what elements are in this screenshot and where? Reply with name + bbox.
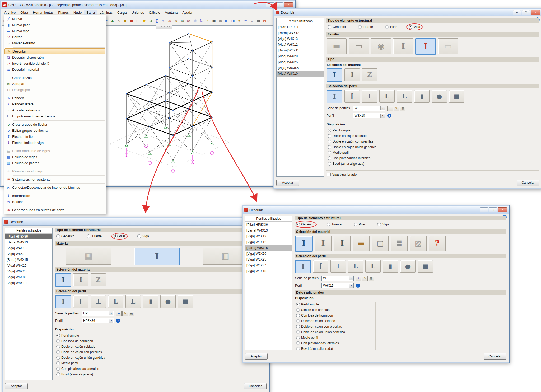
toolbar-icon[interactable]: ⊿	[147, 17, 154, 24]
radio-option[interactable]: Doble en cajón soldado	[56, 344, 136, 349]
minimize-button[interactable]: –	[266, 2, 274, 7]
menubar-item[interactable]: Cálculo	[146, 10, 162, 15]
profile-list-item[interactable]: [Viga] W6X20	[5, 263, 52, 268]
profile-list-item[interactable]: [Viga] W6X12	[5, 251, 52, 257]
combo-tool-button[interactable]: +	[356, 276, 361, 281]
icon-button[interactable]: Z	[362, 68, 377, 81]
toolbar-icon[interactable]: ◆	[122, 17, 128, 24]
icon-button[interactable]: [	[73, 295, 88, 308]
radio-option[interactable]: Doble en cajón unión genérica	[328, 144, 407, 149]
radio-option[interactable]: Con platabandas laterales	[56, 366, 136, 371]
radio-option[interactable]: Doble en cajón con presillas	[56, 350, 136, 355]
menubar-item[interactable]: Nudo	[71, 10, 84, 15]
chevron-down-icon[interactable]: ▼	[349, 276, 353, 280]
icon-button[interactable]: L	[108, 295, 123, 308]
close-button[interactable]: ×	[498, 207, 507, 212]
radio-option[interactable]: Doble en cajón unión genérica	[56, 355, 136, 360]
maximize-button[interactable]: ▢	[275, 2, 283, 7]
menubar-item[interactable]: Obra	[18, 10, 30, 15]
close-button[interactable]: ×	[284, 2, 293, 7]
icon-button[interactable]: ■	[178, 295, 193, 308]
aceptar-button[interactable]: Aceptar	[245, 353, 268, 360]
profile-list-item[interactable]: [Viga] W4X13	[245, 233, 292, 239]
serie-perfiles-select[interactable]: W ▼	[321, 276, 354, 281]
menu-item[interactable]: ╱ Nueva	[4, 16, 105, 22]
icon-button[interactable]: ▨	[410, 236, 427, 251]
menu-item[interactable]: ⊩ Empotramiento en extremos	[4, 113, 105, 119]
icon-button[interactable]: ■	[418, 260, 433, 273]
radio-option[interactable]: Boyd (alma aligerada)	[56, 372, 136, 377]
icon-button[interactable]: ▬	[353, 236, 370, 251]
radio-option[interactable]: Boyd (alma aligerada)	[296, 346, 375, 350]
radio-option[interactable]: Perfil simple	[328, 128, 407, 133]
toolbar-icon[interactable]: ▭	[255, 17, 262, 24]
menu-item[interactable]: ≀ Pandeo lateral	[4, 101, 105, 107]
icon-button[interactable]: I	[327, 68, 342, 82]
icon-button[interactable]: ⊥	[91, 295, 106, 308]
profile-list-item[interactable]: [Viga] W6X20	[277, 53, 324, 59]
viga-bajo-forjado-checkbox[interactable]: Viga bajo forjado	[326, 170, 539, 176]
radio-option[interactable]: Tirante	[87, 234, 102, 239]
toolbar-icon[interactable]: △	[116, 17, 122, 24]
icon-button[interactable]: I	[393, 38, 413, 54]
main-titlebar[interactable]: 3D CYPE 3D - v2018.beta.a - [C:\...\ejem…	[1, 1, 295, 9]
menu-item[interactable]: ⋈ Conectar/Desconectar de interior de lá…	[4, 185, 105, 191]
radio-option[interactable]: Doble en cajón con presillas	[296, 324, 375, 329]
menu-item[interactable]: ✎ Describir	[4, 48, 105, 54]
icon-button[interactable]: I	[415, 38, 436, 55]
aceptar-button[interactable]: Aceptar	[5, 383, 28, 389]
toolbar-icon[interactable]: ⇄	[192, 17, 198, 24]
radio-option[interactable]: Medio perfil	[328, 150, 407, 155]
profile-list-item[interactable]: [Pilar] HP8X36	[277, 24, 324, 30]
icon-button[interactable]: ⊥	[362, 90, 377, 103]
toolbar-icon[interactable]: ⇅	[198, 17, 204, 24]
checkbox-icon[interactable]	[327, 173, 331, 176]
radio-option[interactable]: Doble en cajón unión genérica	[296, 329, 375, 334]
chevron-down-icon[interactable]: ▼	[349, 284, 353, 288]
radio-option[interactable]: Con platabandas laterales	[328, 155, 407, 160]
profile-list-item[interactable]: [Viga] W6X25	[5, 268, 52, 274]
menubar-item[interactable]: Herramientas	[30, 10, 56, 15]
icon-button[interactable]: ●	[160, 295, 176, 308]
icon-button[interactable]: ▮	[143, 295, 158, 308]
radio-option[interactable]: Con losa de hormigón	[56, 338, 136, 343]
perfil-select[interactable]: W6X15 ▼	[321, 283, 354, 288]
radio-option[interactable]: Viga	[137, 234, 149, 239]
serie-perfiles-select[interactable]: HP ▼	[82, 311, 114, 316]
icon-button[interactable]: Z	[91, 273, 106, 286]
radio-option[interactable]: Tirante	[327, 222, 342, 227]
icon-button[interactable]: I	[295, 236, 313, 252]
toolbar-icon[interactable]: ■	[211, 17, 217, 24]
radio-option[interactable]: Doble en cajón con presillas	[328, 139, 407, 144]
profile-list-item[interactable]: [Barra] W6X15	[277, 48, 324, 53]
menu-item[interactable]: ∿ Pandeo	[4, 95, 105, 101]
toolbar-icon[interactable]: ▧	[179, 17, 185, 24]
icon-button[interactable]: L	[397, 90, 412, 103]
icon-button[interactable]: I	[327, 90, 342, 103]
minimize-button[interactable]: –	[513, 10, 521, 15]
icon-button[interactable]: ●	[432, 90, 447, 103]
dialog-titlebar[interactable]: Describir	[3, 218, 269, 226]
menu-item[interactable]: ◪ Describir disposición	[4, 54, 105, 60]
combo-tool-button[interactable]: ▦	[129, 311, 134, 316]
profile-list-item[interactable]: [Barra] W6X15	[245, 245, 292, 251]
serie-perfiles-select[interactable]: W ▼	[353, 106, 385, 111]
chevron-down-icon[interactable]: ▼	[109, 311, 113, 315]
menu-item[interactable]: ↧ Flecha Límite	[4, 134, 105, 140]
menubar-item[interactable]: Archivo	[2, 10, 18, 15]
menu-item[interactable]: ∗ Generar nudos en puntos de corte	[4, 207, 105, 213]
radio-option[interactable]: Genérico	[296, 222, 314, 227]
menu-item[interactable]: ⊚ Buscar	[4, 199, 105, 205]
profile-list-item[interactable]: [Viga] W6X12	[277, 42, 324, 48]
profile-list-item[interactable]: [Viga] W6X8.5	[245, 262, 292, 268]
radio-option[interactable]: Genérico	[328, 25, 346, 29]
profile-list-item[interactable]: [Viga] W6X25	[277, 59, 324, 65]
info-icon[interactable]: i	[387, 114, 391, 118]
menu-item[interactable]: ▤ Editar ambiente de vigas	[4, 148, 105, 154]
profile-list-item[interactable]: [Barra] W4X13	[5, 239, 52, 245]
toolbar-icon[interactable]: ≋	[166, 17, 173, 24]
icon-button[interactable]: ▭	[438, 38, 458, 54]
aceptar-button[interactable]: Aceptar	[276, 180, 299, 186]
menu-item[interactable]: ↓ Flecha límite de vigas	[4, 140, 105, 146]
menu-item[interactable]: ↳ Mover extremo	[4, 40, 105, 46]
